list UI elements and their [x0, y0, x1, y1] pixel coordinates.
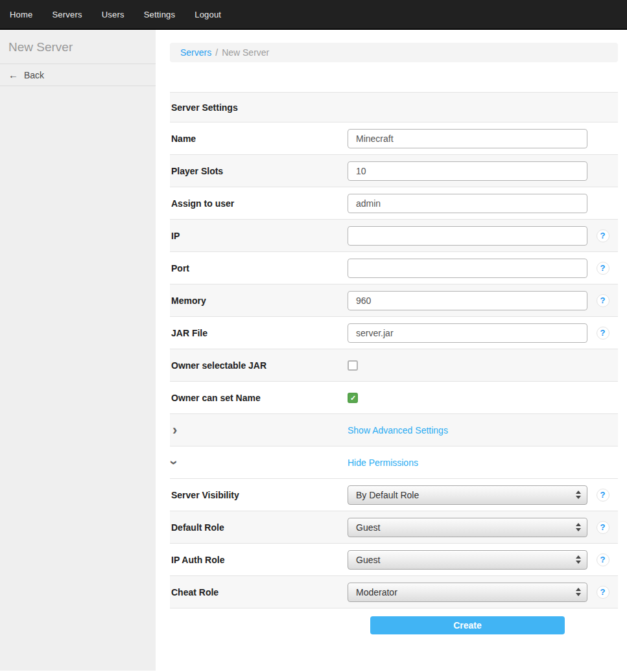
section-header-row: Server Settings: [170, 92, 618, 122]
help-icon[interactable]: ?: [597, 229, 609, 242]
permissions-toggle-row[interactable]: › Hide Permissions: [170, 446, 618, 478]
row-port: Port ?: [170, 251, 618, 284]
field-label: Name: [170, 133, 348, 144]
help-icon[interactable]: ?: [597, 553, 609, 566]
advanced-settings-toggle-row[interactable]: › Show Advanced Settings: [170, 413, 618, 446]
select-value: Guest: [356, 522, 380, 533]
port-input[interactable]: [348, 259, 587, 278]
field-label: JAR File: [170, 328, 348, 338]
help-icon[interactable]: ?: [597, 262, 609, 275]
select-arrows-icon: [576, 491, 581, 499]
name-input[interactable]: [348, 129, 587, 148]
select-arrows-icon: [576, 523, 581, 531]
field-label: Player Slots: [170, 166, 348, 176]
field-label: Port: [170, 263, 348, 273]
help-icon[interactable]: ?: [597, 489, 609, 502]
chevron-right-icon: ›: [172, 423, 177, 437]
help-icon[interactable]: ?: [597, 294, 609, 307]
row-ip-auth-role: IP Auth Role Guest ?: [170, 543, 618, 575]
owner-selectable-jar-checkbox[interactable]: [348, 360, 358, 371]
field-label: Default Role: [170, 522, 348, 533]
row-memory: Memory ?: [170, 284, 618, 316]
memory-input[interactable]: [348, 291, 587, 310]
chevron-down-icon: ›: [167, 460, 181, 465]
nav-home[interactable]: Home: [0, 10, 42, 19]
default-role-select[interactable]: Guest: [348, 518, 587, 537]
nav-logout[interactable]: Logout: [185, 10, 231, 19]
field-label: IP: [170, 231, 348, 241]
breadcrumb-current: New Server: [222, 47, 269, 58]
select-value: By Default Role: [356, 490, 419, 500]
back-label: Back: [24, 70, 44, 80]
help-icon[interactable]: ?: [597, 521, 609, 534]
server-visibility-select[interactable]: By Default Role: [348, 485, 587, 505]
breadcrumb-separator: /: [215, 47, 218, 58]
field-label: Assign to user: [170, 198, 348, 209]
field-label: IP Auth Role: [170, 555, 348, 565]
field-label: Cheat Role: [170, 587, 348, 597]
nav-users[interactable]: Users: [92, 10, 134, 19]
row-player-slots: Player Slots: [170, 154, 618, 187]
field-label: Owner can set Name: [170, 393, 348, 403]
breadcrumb-servers-link[interactable]: Servers: [180, 47, 211, 58]
row-jar-file: JAR File ?: [170, 316, 618, 349]
row-default-role: Default Role Guest ?: [170, 511, 618, 543]
field-label: Memory: [170, 295, 348, 306]
row-ip: IP ?: [170, 219, 618, 251]
help-icon[interactable]: ?: [597, 586, 609, 599]
show-advanced-settings-link[interactable]: Show Advanced Settings: [348, 425, 448, 435]
ip-auth-role-select[interactable]: Guest: [348, 550, 587, 570]
help-icon[interactable]: ?: [597, 327, 609, 340]
assign-to-user-input[interactable]: [348, 194, 587, 213]
cheat-role-select[interactable]: Moderator: [348, 583, 587, 602]
sidebar: New Server ← Back: [0, 30, 156, 671]
select-arrows-icon: [576, 588, 581, 596]
main-content: Servers / New Server Server Settings Nam…: [156, 30, 627, 671]
nav-settings[interactable]: Settings: [134, 10, 185, 19]
sidebar-title: New Server: [0, 30, 156, 64]
field-label: Server Visibility: [170, 490, 348, 500]
create-button[interactable]: Create: [370, 616, 565, 634]
select-arrows-icon: [576, 555, 581, 564]
row-server-visibility: Server Visibility By Default Role ?: [170, 478, 618, 511]
jar-file-input[interactable]: [348, 323, 587, 343]
nav-servers[interactable]: Servers: [42, 10, 91, 19]
select-value: Moderator: [356, 587, 397, 597]
row-owner-selectable-jar: Owner selectable JAR: [170, 349, 618, 381]
row-name: Name: [170, 122, 618, 154]
owner-can-set-name-checkbox[interactable]: [348, 393, 358, 403]
back-button[interactable]: ← Back: [0, 64, 156, 86]
row-owner-can-set-name: Owner can set Name: [170, 381, 618, 413]
player-slots-input[interactable]: [348, 161, 587, 181]
top-navbar: Home Servers Users Settings Logout: [0, 0, 627, 30]
ip-input[interactable]: [348, 226, 587, 246]
hide-permissions-link[interactable]: Hide Permissions: [348, 458, 418, 468]
field-label: Owner selectable JAR: [170, 360, 348, 371]
row-cheat-role: Cheat Role Moderator ?: [170, 575, 618, 608]
row-assign-to-user: Assign to user: [170, 187, 618, 219]
server-settings-form: Server Settings Name Player Slots Assign…: [170, 92, 618, 608]
breadcrumb: Servers / New Server: [170, 43, 618, 62]
back-arrow-icon: ←: [8, 69, 18, 80]
section-title: Server Settings: [170, 102, 348, 113]
select-value: Guest: [356, 555, 380, 565]
